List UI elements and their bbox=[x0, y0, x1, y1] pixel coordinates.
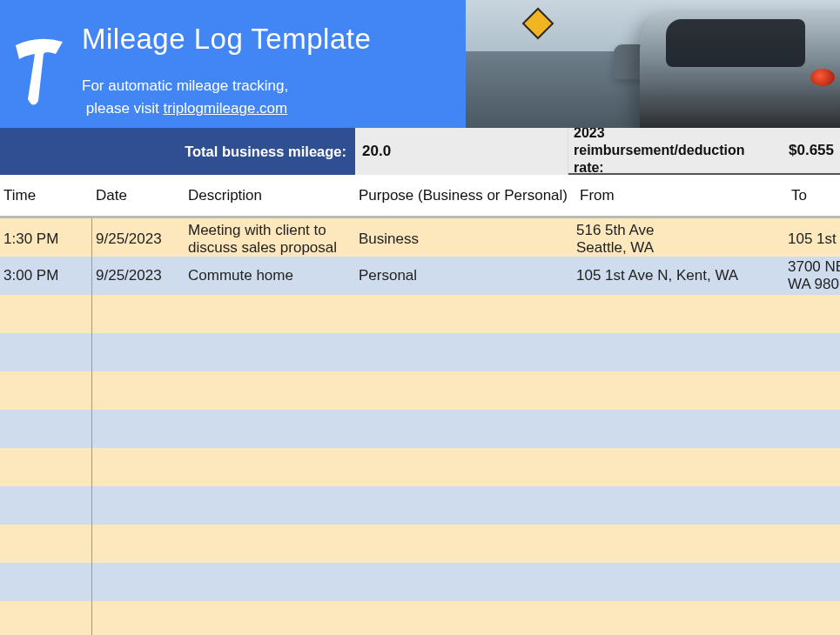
cell-to[interactable]: 105 1st bbox=[784, 218, 840, 261]
cell-purpose[interactable] bbox=[355, 295, 573, 333]
banner-link[interactable]: triplogmileage.com bbox=[164, 100, 288, 117]
cell-to[interactable] bbox=[784, 295, 840, 333]
mileage-table: Time Date Description Purpose (Business … bbox=[0, 175, 840, 635]
summary-label: Total business mileage: bbox=[0, 128, 355, 175]
cell-time[interactable] bbox=[0, 333, 92, 371]
cell-from[interactable]: 105 1st Ave N, Kent, WA bbox=[573, 257, 784, 295]
cell-to[interactable] bbox=[784, 601, 840, 635]
cell-description[interactable] bbox=[185, 295, 355, 333]
cell-time[interactable] bbox=[0, 448, 92, 486]
cell-from[interactable] bbox=[573, 525, 784, 563]
cell-description[interactable] bbox=[185, 563, 355, 601]
table-row[interactable] bbox=[0, 448, 840, 486]
cell-date[interactable] bbox=[92, 295, 185, 333]
table-row[interactable] bbox=[0, 563, 840, 601]
cell-from[interactable] bbox=[573, 448, 784, 486]
summary-row: Total business mileage: 20.0 2023 reimbu… bbox=[0, 128, 840, 175]
cell-purpose[interactable]: Business bbox=[355, 218, 573, 261]
cell-description[interactable] bbox=[185, 486, 355, 525]
cell-date[interactable] bbox=[92, 601, 185, 635]
photo-car-near bbox=[640, 10, 840, 128]
cell-time[interactable] bbox=[0, 525, 92, 563]
cell-to[interactable] bbox=[784, 486, 840, 525]
cell-to[interactable] bbox=[784, 371, 840, 410]
table-row[interactable] bbox=[0, 295, 840, 333]
cell-time[interactable] bbox=[0, 601, 92, 635]
cell-from[interactable] bbox=[573, 563, 784, 601]
cell-description[interactable] bbox=[185, 333, 355, 371]
summary-value[interactable]: 20.0 bbox=[355, 128, 568, 175]
cell-from[interactable] bbox=[573, 486, 784, 525]
cell-from[interactable] bbox=[573, 295, 784, 333]
table-row[interactable] bbox=[0, 410, 840, 448]
cell-description[interactable]: Meeting with client to discuss sales pro… bbox=[185, 218, 355, 261]
cell-from[interactable] bbox=[573, 601, 784, 635]
cell-purpose[interactable] bbox=[355, 486, 573, 525]
cell-purpose[interactable] bbox=[355, 448, 573, 486]
cell-date[interactable]: 9/25/2023 bbox=[92, 218, 185, 261]
cell-from[interactable] bbox=[573, 333, 784, 371]
table-row[interactable]: 1:30 PM9/25/2023Meeting with client to d… bbox=[0, 218, 840, 257]
photo-taillight-icon bbox=[810, 69, 835, 86]
banner-sub-prefix: please visit bbox=[86, 100, 164, 117]
logo-wrap bbox=[12, 23, 82, 119]
table-row[interactable] bbox=[0, 486, 840, 525]
table-row[interactable] bbox=[0, 333, 840, 371]
cell-time[interactable] bbox=[0, 563, 92, 601]
banner-text: Mileage Log Template For automatic milea… bbox=[82, 23, 448, 119]
banner-photo bbox=[466, 0, 840, 128]
cell-date[interactable] bbox=[92, 410, 185, 448]
cell-time[interactable] bbox=[0, 410, 92, 448]
cell-purpose[interactable] bbox=[355, 333, 573, 371]
cell-description[interactable] bbox=[185, 371, 355, 410]
col-time: Time bbox=[0, 187, 92, 204]
cell-description[interactable]: Commute home bbox=[185, 257, 355, 295]
table-row[interactable]: 3:00 PM9/25/2023Commute homePersonal105 … bbox=[0, 257, 840, 295]
cell-time[interactable]: 1:30 PM bbox=[0, 218, 92, 261]
banner-title: Mileage Log Template bbox=[82, 23, 448, 56]
cell-purpose[interactable] bbox=[355, 563, 573, 601]
cell-date[interactable] bbox=[92, 486, 185, 525]
cell-to[interactable] bbox=[784, 333, 840, 371]
cell-purpose[interactable] bbox=[355, 410, 573, 448]
cell-to[interactable] bbox=[784, 563, 840, 601]
table-row[interactable] bbox=[0, 601, 840, 635]
table-header-row: Time Date Description Purpose (Business … bbox=[0, 175, 840, 218]
col-description: Description bbox=[185, 187, 355, 204]
cell-time[interactable] bbox=[0, 295, 92, 333]
cell-from[interactable]: 516 5th AveSeattle, WA bbox=[573, 218, 784, 261]
cell-time[interactable]: 3:00 PM bbox=[0, 257, 92, 295]
cell-description[interactable] bbox=[185, 448, 355, 486]
col-to: To bbox=[784, 187, 840, 204]
cell-to[interactable]: 3700 NEWA 980 bbox=[784, 257, 840, 295]
cell-purpose[interactable] bbox=[355, 525, 573, 563]
cell-purpose[interactable] bbox=[355, 371, 573, 410]
cell-description[interactable] bbox=[185, 410, 355, 448]
cell-date[interactable] bbox=[92, 563, 185, 601]
summary-rate-label: 2023 reimbursement/deduction rate: bbox=[568, 128, 783, 175]
cell-purpose[interactable]: Personal bbox=[355, 257, 573, 295]
cell-date[interactable] bbox=[92, 333, 185, 371]
cell-time[interactable] bbox=[0, 486, 92, 525]
cell-time[interactable] bbox=[0, 371, 92, 410]
cell-to[interactable] bbox=[784, 410, 840, 448]
cell-from[interactable] bbox=[573, 410, 784, 448]
header-banner: Mileage Log Template For automatic milea… bbox=[0, 0, 840, 128]
table-row[interactable] bbox=[0, 525, 840, 563]
table-body: 1:30 PM9/25/2023Meeting with client to d… bbox=[0, 218, 840, 635]
cell-date[interactable] bbox=[92, 448, 185, 486]
cell-to[interactable] bbox=[784, 525, 840, 563]
cell-from[interactable] bbox=[573, 371, 784, 410]
col-from: From bbox=[573, 187, 784, 204]
banner-left: Mileage Log Template For automatic milea… bbox=[0, 0, 466, 128]
cell-description[interactable] bbox=[185, 525, 355, 563]
cell-to[interactable] bbox=[784, 448, 840, 486]
col-purpose: Purpose (Business or Personal) bbox=[355, 187, 573, 204]
summary-rate-value[interactable]: $0.655 bbox=[783, 128, 840, 175]
cell-date[interactable] bbox=[92, 371, 185, 410]
cell-purpose[interactable] bbox=[355, 601, 573, 635]
cell-date[interactable] bbox=[92, 525, 185, 563]
table-row[interactable] bbox=[0, 371, 840, 410]
cell-date[interactable]: 9/25/2023 bbox=[92, 257, 185, 295]
cell-description[interactable] bbox=[185, 601, 355, 635]
